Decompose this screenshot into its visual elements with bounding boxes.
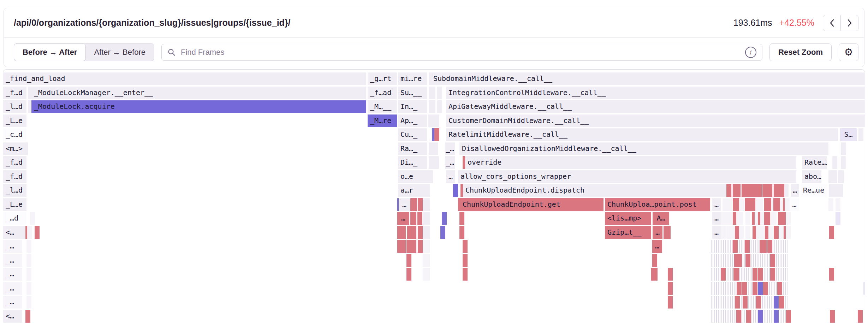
- frame[interactable]: _…d: [3, 212, 26, 225]
- frame[interactable]: Di…_: [398, 156, 427, 169]
- frame[interactable]: _g…rt: [368, 72, 397, 85]
- frame-sliver[interactable]: [397, 226, 406, 239]
- frame[interactable]: ChunkUploadEndpoint.get: [460, 198, 604, 211]
- frame-sliver[interactable]: [755, 198, 763, 211]
- frame-sliver[interactable]: [838, 170, 844, 183]
- frame-sliver[interactable]: [410, 212, 416, 225]
- frame[interactable]: _…: [3, 282, 22, 295]
- frame-sliver[interactable]: [739, 226, 744, 239]
- frame-sliver[interactable]: [721, 268, 726, 281]
- frame-sliver[interactable]: [668, 296, 673, 309]
- frame-sliver[interactable]: [758, 310, 763, 323]
- frame-sliver[interactable]: [668, 282, 673, 295]
- frame-sliver[interactable]: [770, 254, 775, 267]
- frame-sliver[interactable]: [786, 310, 791, 323]
- frame-sliver[interactable]: [736, 184, 741, 197]
- frame[interactable]: …: [652, 240, 662, 253]
- frame[interactable]: _…: [3, 254, 22, 267]
- toggle-before-after[interactable]: Before → After: [14, 43, 86, 61]
- frame-sliver[interactable]: [858, 310, 863, 323]
- frame[interactable]: ChunkUploa…point.post: [605, 198, 710, 211]
- frame[interactable]: …: [791, 184, 799, 197]
- frame-sliver[interactable]: [30, 212, 35, 225]
- frame-sliver[interactable]: [786, 212, 791, 225]
- frame[interactable]: _ModuleLock.acquire: [31, 100, 366, 113]
- find-frames-input[interactable]: [180, 47, 741, 57]
- frame[interactable]: _f…d: [3, 87, 26, 99]
- frame[interactable]: …: [397, 212, 409, 225]
- frame-sliver[interactable]: [459, 226, 464, 239]
- frame-sliver[interactable]: [463, 268, 468, 281]
- frame-sliver[interactable]: [836, 212, 840, 225]
- frame[interactable]: …: [790, 198, 799, 211]
- frame-sliver[interactable]: [762, 240, 767, 253]
- frame-sliver[interactable]: [35, 226, 40, 239]
- frame-sliver[interactable]: [736, 212, 743, 225]
- frame-sliver[interactable]: [418, 226, 423, 239]
- frame-sliver[interactable]: [767, 184, 772, 197]
- frame-sliver[interactable]: [425, 254, 430, 267]
- frame[interactable]: _c…d: [3, 128, 26, 141]
- frame-sliver[interactable]: [26, 268, 31, 281]
- frame[interactable]: …: [712, 212, 721, 225]
- frame-sliver[interactable]: [773, 198, 778, 211]
- frame-sliver[interactable]: [841, 142, 846, 155]
- frame-sliver[interactable]: [828, 198, 833, 211]
- frame-sliver[interactable]: [777, 282, 782, 295]
- frame-sliver[interactable]: [437, 100, 442, 113]
- frame-sliver[interactable]: [733, 240, 738, 253]
- frame-sliver[interactable]: [737, 282, 742, 295]
- frame[interactable]: Re…ue: [801, 184, 827, 197]
- frame[interactable]: CustomerDomainMiddleware.__call__: [446, 114, 865, 127]
- frame[interactable]: Su…__: [398, 87, 427, 99]
- frame-sliver[interactable]: [830, 310, 835, 323]
- frame-sliver[interactable]: [428, 170, 433, 183]
- frame[interactable]: override: [465, 156, 796, 169]
- frame-sliver[interactable]: [745, 240, 750, 253]
- frame-sliver[interactable]: [26, 240, 31, 253]
- frame[interactable]: …: [399, 198, 410, 211]
- frame-sliver[interactable]: [774, 226, 779, 239]
- frame[interactable]: _f…d: [3, 170, 26, 183]
- frame[interactable]: Gzip…t__: [605, 226, 651, 239]
- frame-sliver[interactable]: [406, 254, 411, 267]
- frame-sliver[interactable]: [832, 170, 837, 183]
- frame-sliver[interactable]: [735, 296, 740, 309]
- frame-sliver[interactable]: [832, 156, 837, 169]
- next-button[interactable]: [841, 15, 858, 31]
- frame-sliver[interactable]: [652, 254, 657, 267]
- frame-sliver[interactable]: [453, 184, 458, 197]
- frame[interactable]: _ModuleLockManager.__enter__: [31, 87, 366, 99]
- frame-sliver[interactable]: [737, 254, 742, 267]
- frame-sliver[interactable]: [762, 184, 767, 197]
- frame[interactable]: ApiGatewayMiddleware.__call__: [446, 100, 865, 113]
- frame-sliver[interactable]: [459, 212, 464, 225]
- frame[interactable]: mi…re: [398, 72, 427, 85]
- frame-sliver[interactable]: [779, 296, 784, 309]
- frame-sliver[interactable]: [463, 254, 468, 267]
- frame-sliver[interactable]: [440, 226, 445, 239]
- frame-sliver[interactable]: [767, 240, 772, 253]
- frame-sliver[interactable]: [836, 198, 840, 211]
- frame-sliver[interactable]: [721, 226, 726, 239]
- frame[interactable]: _M…re: [368, 114, 397, 127]
- frame-sliver[interactable]: [858, 128, 863, 141]
- frame-sliver[interactable]: [411, 240, 416, 253]
- frame-sliver[interactable]: [753, 268, 757, 281]
- frame[interactable]: _f…d: [3, 156, 26, 169]
- frame-sliver[interactable]: [758, 268, 763, 281]
- frame[interactable]: Rate…iew: [802, 156, 827, 169]
- frame[interactable]: SubdomainMiddleware.__call__: [431, 72, 865, 85]
- frame[interactable]: Ra…_: [398, 142, 427, 155]
- frame-sliver[interactable]: [742, 282, 747, 295]
- frame-sliver[interactable]: [651, 268, 658, 281]
- frame-sliver[interactable]: [430, 87, 435, 99]
- frame[interactable]: …: [712, 198, 721, 211]
- frame-sliver[interactable]: [745, 212, 750, 225]
- frame-sliver[interactable]: [779, 226, 784, 239]
- frame[interactable]: A…: [653, 212, 669, 225]
- frame[interactable]: _L…e: [3, 114, 26, 127]
- frame-sliver[interactable]: [733, 268, 739, 281]
- frame-sliver[interactable]: [841, 156, 846, 169]
- frame-sliver[interactable]: [425, 184, 430, 197]
